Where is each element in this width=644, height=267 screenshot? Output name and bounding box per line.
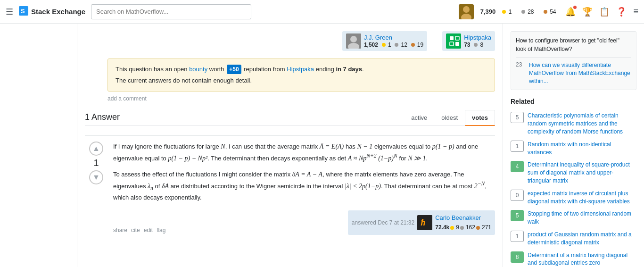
stackexchange-icon[interactable]: ≡ bbox=[633, 7, 638, 17]
silver-dot bbox=[521, 10, 525, 14]
bounty-notice: This question has an open bounty worth +… bbox=[107, 58, 495, 92]
answerer-rep: 72.4k bbox=[435, 223, 449, 232]
hot-link: How to configure browser to get "old fee… bbox=[516, 36, 631, 53]
bronze-badge-area: 54 bbox=[544, 8, 559, 15]
bounty-link[interactable]: bounty bbox=[189, 66, 207, 73]
avatar[interactable] bbox=[459, 4, 474, 19]
answered-time-info: answered Dec 7 at 21:32 bbox=[352, 218, 414, 227]
svg-point-6 bbox=[350, 36, 357, 42]
action-links: share cite edit flag bbox=[113, 226, 165, 235]
answerer-name[interactable]: Carlo Beenakker bbox=[435, 214, 481, 221]
related-item-link[interactable]: Random matrix with non-identical varianc… bbox=[528, 141, 636, 157]
bounty-pre-text: This question has an open bbox=[116, 66, 188, 73]
related-item-link[interactable]: Determinant of a matrix having diagonal … bbox=[528, 251, 636, 267]
answerer-badges: 72.4k 9 162 271 bbox=[435, 223, 491, 232]
answerer-bronze-dot bbox=[476, 226, 480, 230]
related-item-score: 5 bbox=[511, 112, 524, 123]
related-item: 5Stopping time of two dimensional random… bbox=[511, 210, 636, 226]
gold-dot bbox=[502, 10, 506, 14]
user-info-jjgreen: J.J. Green 1,502 1 12 19 bbox=[364, 34, 423, 48]
gold-count: 1 bbox=[509, 8, 512, 15]
search-input[interactable] bbox=[91, 4, 251, 19]
answerer-silver-count: 162 bbox=[466, 223, 475, 232]
related-section-title: Related bbox=[511, 98, 636, 108]
related-items: 5Characteristic polynomials of certain r… bbox=[511, 112, 636, 267]
related-item-link[interactable]: expected matrix inverse of circulant plu… bbox=[528, 190, 636, 206]
answered-time: answered Dec 7 at 21:32 bbox=[352, 219, 414, 226]
main-content: J.J. Green 1,502 1 12 19 Hipstpaka bbox=[77, 24, 503, 267]
user-info-hipstpaka: Hipstpaka 73 8 bbox=[464, 34, 491, 48]
user-name-jjgreen[interactable]: J.J. Green bbox=[364, 34, 392, 41]
flag-link[interactable]: flag bbox=[157, 226, 165, 235]
site-header: ☰ S Stack Exchange 7,390 1 28 54 🔔 🏆 📋 ❓ bbox=[0, 0, 644, 24]
user-name-hipstpaka[interactable]: Hipstpaka bbox=[464, 34, 491, 41]
silver-badge-area: 28 bbox=[521, 8, 537, 15]
user-card-hipstpaka: Hipstpaka 73 8 bbox=[442, 31, 495, 51]
related-item-score: 5 bbox=[511, 210, 524, 221]
related-item-link[interactable]: Stopping time of two dimensional random … bbox=[528, 210, 636, 226]
bounty-badge: +50 bbox=[227, 65, 241, 74]
gold-dot bbox=[382, 43, 386, 47]
answer-footer: share cite edit flag answered Dec 7 at 2… bbox=[113, 210, 495, 235]
related-item-score: 1 bbox=[511, 231, 524, 242]
user-card-jjgreen: J.J. Green 1,502 1 12 19 bbox=[342, 31, 427, 51]
review-icon[interactable]: 📋 bbox=[599, 7, 610, 17]
edit-link[interactable]: edit bbox=[144, 226, 153, 235]
hamburger-icon[interactable]: ☰ bbox=[6, 7, 13, 17]
linked-score-23: 23 bbox=[516, 61, 525, 68]
sort-tab-votes[interactable]: votes bbox=[465, 110, 495, 126]
answered-by-card: answered Dec 7 at 21:32 ℏ Carlo Beenakke… bbox=[348, 210, 495, 235]
vote-up-button[interactable]: ▲ bbox=[89, 142, 103, 156]
answer-sort-bar: 1 Answer active oldest votes bbox=[85, 109, 495, 126]
sort-tab-oldest[interactable]: oldest bbox=[434, 110, 465, 126]
silver-dot bbox=[395, 43, 398, 47]
avatar-jjgreen bbox=[346, 33, 361, 49]
user-rep-jjgreen: 1,502 1 12 19 bbox=[364, 41, 423, 48]
related-item: 8Determinant of a matrix having diagonal… bbox=[511, 251, 636, 267]
cite-link[interactable]: cite bbox=[131, 226, 140, 235]
related-item-link[interactable]: Determinant inequality of square-product… bbox=[528, 161, 636, 184]
header-left: ☰ S Stack Exchange bbox=[6, 4, 251, 19]
linked-link-23[interactable]: How can we visually differentiate MathOv… bbox=[529, 61, 631, 85]
svg-text:ℏ: ℏ bbox=[421, 217, 426, 227]
bronze-count: 54 bbox=[550, 8, 556, 15]
bounty-worth-text: worth bbox=[209, 66, 224, 73]
related-item-score: 8 bbox=[511, 251, 524, 263]
vote-count: 1 bbox=[93, 158, 99, 168]
related-item-link[interactable]: product of Gaussian random matrix and a … bbox=[528, 231, 636, 247]
right-sidebar: How to configure browser to get "old fee… bbox=[503, 24, 644, 267]
bounty-from-user[interactable]: Hipstpaka bbox=[287, 66, 314, 73]
logo-text: Stack Exchange bbox=[31, 8, 85, 16]
answer-count: 1 Answer bbox=[85, 112, 404, 122]
add-comment-link[interactable]: add a comment bbox=[107, 95, 495, 102]
inbox-icon[interactable]: 🔔 bbox=[565, 7, 576, 17]
help-icon[interactable]: ❓ bbox=[616, 7, 627, 17]
related-item-score: 1 bbox=[511, 141, 524, 152]
sort-tab-active[interactable]: active bbox=[404, 110, 434, 126]
share-link[interactable]: share bbox=[113, 226, 127, 235]
vote-down-button[interactable]: ▼ bbox=[89, 170, 103, 184]
svg-point-3 bbox=[463, 6, 470, 13]
question-user-row: J.J. Green 1,502 1 12 19 Hipstpaka bbox=[85, 31, 495, 51]
sort-tabs: active oldest votes bbox=[404, 109, 495, 125]
silver-dot bbox=[474, 43, 478, 47]
linked-item-23: 23 How can we visually differentiate Mat… bbox=[516, 61, 631, 85]
svg-rect-11 bbox=[450, 42, 454, 46]
site-logo[interactable]: S Stack Exchange bbox=[19, 6, 85, 17]
main-container: J.J. Green 1,502 1 12 19 Hipstpaka bbox=[0, 24, 644, 267]
trophy-icon[interactable]: 🏆 bbox=[582, 7, 593, 17]
avatar-hipstpaka bbox=[446, 33, 461, 49]
related-item: 1Random matrix with non-identical varian… bbox=[511, 141, 636, 157]
related-item-link[interactable]: Characteristic polynomials of certain ra… bbox=[528, 112, 636, 135]
svg-rect-10 bbox=[455, 36, 459, 40]
silver-count: 28 bbox=[528, 8, 534, 15]
bounty-post-text: reputation from bbox=[244, 66, 285, 73]
vote-area: ▲ 1 ▼ bbox=[85, 142, 107, 235]
user-rep-hipstpaka: 73 8 bbox=[464, 41, 491, 48]
related-item: 4Determinant inequality of square-produc… bbox=[511, 161, 636, 184]
answer-paragraph-1: If I may ignore the fluctuations for lar… bbox=[113, 142, 495, 164]
answerer-gold-count: 9 bbox=[456, 223, 459, 232]
answer-wrap: ▲ 1 ▼ If I may ignore the fluctuations f… bbox=[85, 135, 495, 235]
answerer-gold-dot bbox=[450, 226, 454, 230]
answerer-bronze-count: 271 bbox=[482, 223, 491, 232]
